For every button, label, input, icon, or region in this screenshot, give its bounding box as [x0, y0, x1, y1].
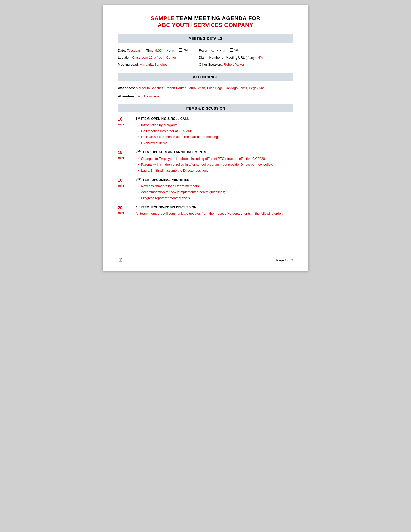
pm-checkbox: PM [179, 48, 188, 52]
pm-label: PM [183, 48, 188, 52]
bullet-1-3: Roll call will commence upon the start o… [138, 134, 293, 140]
details-row-1: Date: Tuesdays Time: 9:00 ✕ AM PM Recurr… [118, 47, 293, 54]
details-row-2: Location: Classroom 12 at Youth Center D… [118, 54, 293, 61]
time-label-3: min [118, 183, 136, 188]
dialin-col: Dial-in Number or Meeting URL (if any): … [199, 56, 293, 60]
details-row-3: Meeting Lead: Margarita Sanchez Other Sp… [118, 61, 293, 68]
attendees-line: Attendees: Margarita Sanchez, Robert Par… [118, 85, 293, 91]
agenda-item-2: 15 min 2ND ITEM: UPDATES AND ANNOUNCEMEN… [118, 150, 293, 174]
am-check-box: ✕ [166, 49, 169, 52]
round-robin-text: All team members will communicate update… [136, 211, 293, 216]
time-number-3: 10 [118, 178, 136, 183]
bullet-2-2: Parents with children enrolled in after-… [138, 162, 293, 167]
document-title: SAMPLE TEAM MEETING AGENDA FOR ABC YOUTH… [118, 15, 293, 28]
bullet-list-2: Changes to Employee Handbook, including … [136, 156, 293, 173]
no-checkbox: No [230, 48, 238, 52]
agenda-item-1: 10 min 1ST ITEM: OPENING & ROLL CALL Int… [118, 116, 293, 146]
speakers-label: Other Speakers: [199, 63, 224, 66]
dialin-value: N/A [257, 56, 263, 60]
items-header: ITEMS & DISCUSSION [118, 104, 293, 112]
bullet-3-2: Accommodation for newly implemented heal… [138, 190, 293, 195]
time-col-1: 10 min [118, 116, 136, 146]
lead-label: Meeting Lead: [118, 63, 140, 66]
time-label-2: min [118, 156, 136, 160]
recurring-col: Recurring: ✕ Yes No [199, 48, 293, 53]
bullet-2-1: Changes to Employee Handbook, including … [138, 156, 293, 161]
item-col-2: 2ND ITEM: UPDATES AND ANNOUNCEMENTS Chan… [136, 150, 293, 174]
location-col: Location: Classroom 12 at Youth Center [118, 56, 199, 60]
time-col-2: 15 min [118, 150, 136, 174]
date-label: Date: [118, 49, 127, 52]
attendance-header: ATTENDANCE [118, 73, 293, 81]
time-col-3: 10 min [118, 178, 136, 202]
yes-label: Yes [220, 49, 225, 53]
lead-col: Meeting Lead: Margarita Sanchez [118, 63, 199, 66]
item-col-4: 4TH ITEM: ROUND-ROBIN DISCUSSION All tea… [136, 205, 293, 216]
title-line2: ABC YOUTH SERVICES COMPANY [158, 22, 253, 28]
bullet-list-3: New assignments for all team members; Ac… [136, 184, 293, 201]
item-title-3: 3RD ITEM: UPCOMING PRIORITIES [136, 178, 293, 182]
time-col-4: 20 min [118, 205, 136, 216]
yes-checkbox: ✕ Yes [216, 49, 225, 53]
agenda-item-4: 20 min 4TH ITEM: ROUND-ROBIN DISCUSSION … [118, 205, 293, 216]
recurring-label: Recurring: [199, 49, 215, 52]
bullet-3-1: New assignments for all team members; [138, 184, 293, 189]
bullet-1-2: Call meeting into order at 9:05 AM; [138, 129, 293, 134]
absentees-label: Absentees [118, 94, 135, 98]
speakers-value: Robert Parker [224, 63, 244, 66]
time-label-4: min [118, 211, 136, 215]
date-time-col: Date: Tuesdays Time: 9:00 ✕ AM PM [118, 48, 199, 53]
absentees-line: Absentees: Dan Thompson. [118, 93, 293, 99]
item-title-4: 4TH ITEM: ROUND-ROBIN DISCUSSION [136, 205, 293, 209]
title-line1-rest: TEAM MEETING AGENDA FOR [175, 15, 260, 22]
dialin-label: Dial-in Number or Meeting URL (if any): [199, 56, 257, 60]
time-number-2: 15 [118, 150, 136, 155]
speakers-col: Other Speakers: Robert Parker [199, 63, 293, 66]
item-col-1: 1ST ITEM: OPENING & ROLL CALL Introducti… [136, 116, 293, 146]
bullet-2-3: Laura Smith will assume the Director pos… [138, 168, 293, 173]
attendance-section: ATTENDANCE Attendees: Margarita Sanchez,… [118, 73, 293, 99]
document-icon: 🗎 [118, 257, 124, 263]
attendees-label: Attendees: [118, 86, 136, 90]
location-value: Classroom 12 at Youth Center [132, 56, 176, 60]
absentees-value: Dan Thompson. [136, 94, 160, 98]
pm-check-box [179, 48, 182, 52]
time-value: 9:00 [155, 49, 161, 52]
title-sample-word: SAMPLE [151, 15, 175, 22]
items-discussion-section: ITEMS & DISCUSSION 10 min 1ST ITEM: OPEN… [118, 104, 293, 216]
footer: 🗎 Page 1 of 2 [118, 257, 293, 263]
attendees-value: Margarita Sanchez, Robert Parker, Laura … [136, 86, 266, 90]
am-checkbox: ✕ AM [166, 49, 174, 53]
item-title-2: 2ND ITEM: UPDATES AND ANNOUNCEMENTS [136, 150, 293, 154]
location-label: Location: [118, 56, 132, 60]
bullet-list-1: Introduction by Margarita; Call meeting … [136, 123, 293, 145]
no-check-box [230, 48, 233, 52]
no-label: No [234, 48, 238, 52]
time-number-1: 10 [118, 116, 136, 122]
meeting-details-section: MEETING DETAILS Date: Tuesdays Time: 9:0… [118, 34, 293, 68]
yes-check-box: ✕ [216, 49, 219, 52]
bullet-1-1: Introduction by Margarita; [138, 123, 293, 128]
item-col-3: 3RD ITEM: UPCOMING PRIORITIES New assign… [136, 178, 293, 202]
time-label: Time: [146, 49, 155, 52]
document-page: SAMPLE TEAM MEETING AGENDA FOR ABC YOUTH… [103, 5, 308, 271]
bullet-1-4: Overview of items. [138, 141, 293, 146]
date-value: Tuesdays [127, 49, 141, 52]
time-number-4: 20 [118, 205, 136, 211]
bullet-3-3: Progress report for monthly goals. [138, 195, 293, 201]
page-number: Page 1 of 2 [276, 258, 293, 262]
lead-value: Margarita Sanchez [140, 63, 167, 66]
item-title-1: 1ST ITEM: OPENING & ROLL CALL [136, 116, 293, 121]
agenda-item-3: 10 min 3RD ITEM: UPCOMING PRIORITIES New… [118, 178, 293, 202]
am-label: AM [169, 49, 174, 53]
time-label-1: min [118, 122, 136, 127]
meeting-details-header: MEETING DETAILS [118, 34, 293, 43]
